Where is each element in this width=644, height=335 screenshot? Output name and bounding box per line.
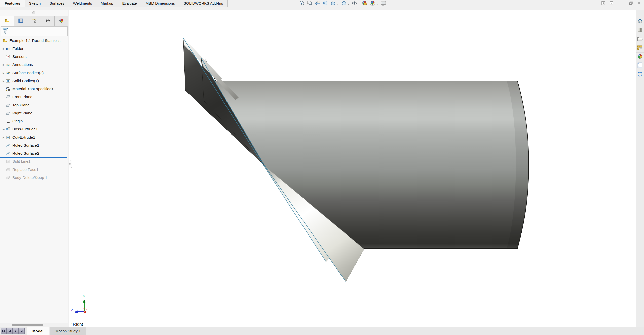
expand-arrow-icon[interactable]: ▶ [2, 80, 6, 82]
solidworks-forum-button[interactable] [636, 70, 644, 79]
document-tab-motion-study-1[interactable]: Motion Study 1 [50, 327, 86, 335]
hide-show-items-button[interactable] [351, 0, 360, 7]
dropdown-caret-icon[interactable] [376, 1, 378, 6]
ribbon-tab-mbd-dimensions[interactable]: MBD Dimensions [141, 0, 179, 7]
appearances-scenes-button[interactable] [636, 53, 644, 61]
dropdown-caret-icon[interactable] [337, 1, 339, 6]
view-palette-icon [637, 45, 643, 52]
expand-arrow-icon[interactable]: ▶ [2, 72, 6, 74]
design-library-button[interactable] [636, 26, 644, 35]
expand-arrow-icon[interactable]: ▶ [2, 63, 6, 66]
expand-arrow-icon[interactable]: ▶ [2, 136, 6, 139]
expand-arrow-icon[interactable]: ▶ [2, 47, 6, 50]
propertymanager-icon [18, 18, 23, 24]
manager-tab-displaymanager[interactable] [55, 16, 68, 26]
tree-item-folder[interactable]: ▶Folder [0, 45, 68, 53]
last-frame-button[interactable] [19, 328, 25, 334]
triad-z-label: Z [71, 308, 73, 312]
tree-item-label: Boss-Extrude1 [12, 127, 38, 131]
file-explorer-button[interactable] [636, 35, 644, 44]
tree-item-sensors[interactable]: Sensors [0, 53, 68, 61]
appearances-scenes-icon [637, 53, 643, 60]
heads-up-view-toolbar [299, 0, 389, 7]
tree-item-origin[interactable]: Origin [0, 117, 68, 125]
tree-filter-box[interactable] [1, 26, 68, 36]
cut-extrude-icon [6, 135, 11, 140]
first-frame-button[interactable] [1, 328, 7, 334]
tree-item-surface-bodies-2[interactable]: ▶Surface Bodies(2) [0, 69, 68, 77]
view-settings-button[interactable] [380, 0, 389, 7]
history-folder-icon [6, 46, 11, 51]
apply-scene-icon [370, 0, 376, 7]
tree-item-boss-extrude1[interactable]: ▶Boss-Extrude1 [0, 125, 68, 133]
scrollbar-thumb[interactable] [12, 324, 43, 326]
collapse-left-pane-button[interactable] [601, 1, 606, 6]
ribbon-tab-evaluate[interactable]: Evaluate [118, 0, 141, 7]
manager-tab-propertymanager[interactable] [14, 16, 27, 26]
configurationmanager-icon [31, 18, 37, 24]
feature-manager-panel: Example 1.1 Round Stainless▶FolderSensor… [0, 10, 68, 327]
material-icon [6, 86, 11, 91]
view-orientation-button[interactable] [341, 0, 350, 7]
dynamic-annotation-views-button[interactable] [330, 0, 339, 7]
ribbon-tab-surfaces[interactable]: Surfaces [45, 0, 69, 7]
previous-frame-button[interactable] [7, 328, 13, 334]
next-frame-button[interactable] [13, 328, 19, 334]
edit-appearance-button[interactable] [362, 0, 368, 7]
tree-item-top-plane[interactable]: Top Plane [0, 101, 68, 109]
tree-item-body-delete-keep-1[interactable]: Body-Delete/Keep 1 [0, 174, 68, 182]
tree-item-material-not-specified[interactable]: Material <not specified> [0, 85, 68, 93]
dimxpertmanager-icon [45, 18, 51, 24]
view-palette-button[interactable] [636, 44, 644, 53]
solidworks-resources-button[interactable] [636, 17, 644, 26]
collapse-right-pane-button[interactable] [609, 1, 614, 6]
tree-item-split-line1[interactable]: Split Line1 [0, 157, 68, 165]
section-view-button[interactable] [322, 0, 328, 7]
previous-view-button[interactable] [315, 0, 321, 7]
close-button[interactable] [637, 1, 641, 6]
ribbon-tab-weldments[interactable]: Weldments [69, 0, 97, 7]
manager-tab-featuremanager-design-tree[interactable] [0, 16, 14, 26]
restore-button[interactable] [629, 1, 633, 6]
ribbon-tab-sketch[interactable]: Sketch [25, 0, 45, 7]
tree-item-ruled-surface2[interactable]: Ruled Surface2 [0, 149, 68, 157]
tree-item-label: Right Plane [12, 111, 32, 115]
triad-x-dot [84, 311, 86, 313]
tree-item-right-plane[interactable]: Right Plane [0, 109, 68, 117]
tree-item-replace-face1[interactable]: Replace Face1 [0, 165, 68, 174]
tree-item-example-1-1-round-stainless[interactable]: Example 1.1 Round Stainless [0, 37, 68, 45]
model-3d-render[interactable] [69, 10, 636, 327]
tree-item-front-plane[interactable]: Front Plane [0, 93, 68, 101]
zoom-to-area-button[interactable] [307, 0, 313, 7]
manager-tab-dimxpertmanager[interactable] [41, 16, 55, 26]
ribbon-tab-markup[interactable]: Markup [96, 0, 118, 7]
dropdown-caret-icon[interactable] [358, 1, 360, 6]
panel-horizontal-scrollbar[interactable] [0, 323, 68, 327]
dropdown-caret-icon[interactable] [347, 1, 350, 6]
rollback-bar-handle[interactable] [69, 160, 72, 168]
ribbon-tab-features[interactable]: Features [0, 0, 25, 7]
panel-splitter-handle[interactable] [32, 11, 35, 14]
tree-item-annotations[interactable]: ▶AAnnotations [0, 61, 68, 69]
tree-item-solid-bodies-1[interactable]: ▶Solid Bodies(1) [0, 77, 68, 85]
cylinder-body[interactable] [214, 81, 529, 249]
sensors-icon [6, 54, 11, 59]
expand-arrow-icon[interactable]: ▶ [2, 128, 6, 131]
document-tab-model[interactable]: Model [27, 327, 49, 335]
tree-item-cut-extrude1[interactable]: ▶Cut-Extrude1 [0, 133, 68, 141]
svg-text:A: A [7, 64, 9, 66]
zoom-to-area-icon [307, 0, 313, 7]
custom-properties-button[interactable] [636, 61, 644, 70]
ribbon-tab-solidworks-add-ins[interactable]: SOLIDWORKS Add-Ins [179, 0, 228, 7]
rollback-knob-icon [69, 163, 71, 165]
graphics-viewport[interactable]: Y Z *Right [69, 10, 636, 327]
manager-tab-configurationmanager[interactable] [27, 16, 41, 26]
zoom-to-fit-button[interactable] [299, 0, 305, 7]
minimize-button[interactable] [621, 1, 625, 6]
apply-scene-button[interactable] [370, 0, 378, 7]
filter-funnel-icon [2, 27, 8, 35]
tree-item-ruled-surface1[interactable]: Ruled Surface1 [0, 141, 68, 149]
ruled-surface-icon [6, 143, 11, 148]
dynamic-annotation-views-icon [330, 0, 336, 7]
dropdown-caret-icon[interactable] [387, 1, 389, 6]
